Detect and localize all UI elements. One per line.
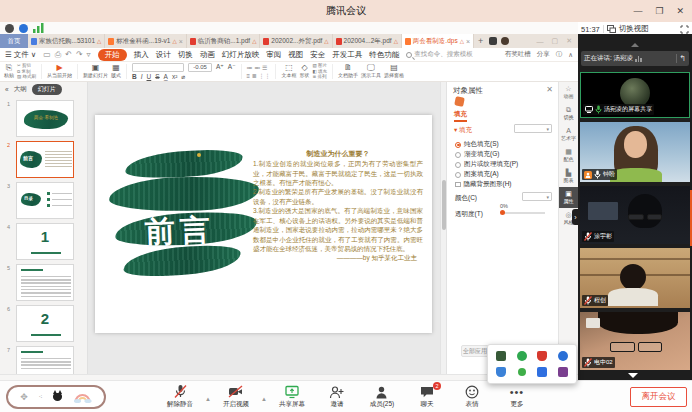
highlight-icon[interactable]: ⌀ — [181, 73, 185, 81]
chat-button[interactable]: 2 聊天 — [407, 384, 447, 409]
print-icon[interactable]: ⎙ — [55, 50, 61, 60]
shapes-button[interactable]: ◇ 形状 — [299, 64, 309, 78]
dropdown-icon[interactable]: ▿ — [87, 50, 91, 60]
textbox-button[interactable]: ⬚ 文本框 — [281, 64, 296, 78]
slide-thumbnail[interactable]: 4 1 — [16, 223, 74, 260]
tab-close-icon[interactable]: × — [179, 38, 183, 45]
radio-solid-fill[interactable]: 纯色填充(S) — [455, 140, 499, 149]
bluetooth-status-icon[interactable] — [19, 24, 28, 33]
fill-preset-dropdown[interactable]: ▾ — [514, 124, 552, 133]
fullscreen-icon[interactable] — [680, 25, 689, 34]
share-screen-button[interactable]: 共享屏幕 — [272, 384, 312, 409]
tray-screen-icon[interactable] — [496, 351, 506, 361]
slide-thumbnail-selected[interactable]: 2 前言 — [16, 141, 74, 178]
slider-handle[interactable] — [500, 210, 505, 215]
transparency-slider[interactable] — [501, 212, 545, 214]
more-button[interactable]: ••• 更多 — [497, 384, 537, 409]
banner-collapse-icon[interactable]: ↰ — [679, 54, 686, 63]
radio-gradient-fill[interactable]: 渐变填充(G) — [455, 150, 499, 159]
rainbow-weather-icon[interactable] — [73, 392, 92, 403]
close-button[interactable]: ✕ — [676, 6, 684, 16]
tray-blue-app-icon[interactable] — [537, 367, 547, 377]
doc-tab[interactable]: 家族信托购...53101 △ — [28, 34, 105, 48]
tab-developer[interactable]: 开发工具 — [332, 50, 362, 60]
font-name-select[interactable] — [132, 63, 184, 72]
doc-tab[interactable]: 202002...外贸.pdf △ — [260, 34, 332, 48]
wps-restore-icon[interactable]: ▢ — [552, 37, 559, 45]
minimize-button[interactable]: — — [633, 6, 642, 16]
sidebar-item-chart[interactable]: ▙图表 — [559, 166, 578, 187]
current-slide[interactable]: 前言 制造业为什么重要？ 1.制造业创造的就业岗位最多，正因为有了劳动密集型产业… — [95, 115, 432, 333]
tray-bluetooth-icon[interactable] — [558, 351, 568, 361]
tab-design[interactable]: 设计 — [156, 50, 171, 60]
share-button[interactable]: 分享 — [537, 50, 550, 59]
strikethrough-button[interactable]: S — [155, 73, 159, 80]
font-color-icon[interactable]: A̲ — [164, 73, 168, 80]
sidebar-item-properties[interactable]: ▣属性 — [559, 187, 578, 208]
video-options-caret[interactable]: ▲ — [261, 396, 267, 402]
leave-meeting-button[interactable]: 离开会议 — [630, 387, 687, 407]
italic-button[interactable]: I — [141, 73, 143, 80]
start-video-button[interactable]: 开启视频 — [216, 384, 256, 409]
decrease-font-icon[interactable]: A⁻ — [228, 63, 236, 71]
mic-options-caret[interactable]: ▲ — [205, 396, 211, 402]
new-tab-button[interactable]: + — [474, 34, 487, 48]
tab-slideshow[interactable]: 幻灯片放映 — [222, 50, 260, 60]
superscript-icon[interactable]: x² — [172, 73, 177, 80]
sidebar-item-wordart[interactable]: A艺术字 — [559, 124, 578, 145]
align-icons[interactable]: ≡ ≣ ⋮⋮ — [247, 73, 271, 79]
font-size-select[interactable]: -0.05 — [188, 63, 212, 72]
wps-home-tab[interactable]: 首页 — [0, 34, 28, 48]
tray-purple-app-icon[interactable] — [558, 367, 568, 377]
tab-transition[interactable]: 切换 — [178, 50, 193, 60]
tab-review[interactable]: 审阅 — [266, 50, 281, 60]
slide-canvas[interactable]: 前言 制造业为什么重要？ 1.制造业创造的就业岗位最多，正因为有了劳动密集型产业… — [88, 82, 440, 374]
sidebar-item-animation[interactable]: ☆动画 — [559, 82, 578, 103]
tab-features[interactable]: 特色功能 — [369, 50, 399, 60]
panel-collapse-handle[interactable]: › — [572, 209, 579, 225]
tray-antivirus-icon[interactable] — [537, 351, 547, 361]
video-tile[interactable]: 涂宇彬 — [580, 186, 690, 244]
doc-assistant-button[interactable]: 🗎 文档助手 — [338, 64, 358, 78]
apps-grid-icon[interactable] — [489, 37, 497, 45]
doc-tab[interactable]: 标准金科函...19-v1 △ × — [105, 34, 187, 48]
slide-thumbnail[interactable]: 5 — [16, 264, 74, 301]
slide-thumbnail[interactable]: 7 — [16, 346, 74, 374]
slide-thumbnail[interactable]: 1 两会·看制造 — [16, 100, 74, 137]
unmute-button[interactable]: 解除静音 — [160, 384, 200, 409]
tray-shield-icon[interactable] — [496, 367, 506, 377]
paw-icon[interactable]: ⁖ — [38, 393, 42, 401]
help-icon[interactable]: ⓘ — [556, 50, 563, 59]
bold-button[interactable]: B — [132, 73, 137, 80]
slide-thumbnail[interactable]: 6 2 — [16, 305, 74, 342]
wps-close-icon[interactable]: ✕ — [566, 37, 572, 45]
desktop-pet-widget[interactable]: ✥ ⁖ — [6, 385, 106, 409]
video-tile[interactable]: 钟盼 — [580, 122, 690, 182]
emoji-button[interactable]: 表情 — [452, 384, 492, 409]
restore-button[interactable]: ❐ — [655, 6, 663, 16]
slides-tab[interactable]: 幻灯片 — [32, 84, 62, 95]
color-dropdown[interactable]: ▾ — [522, 192, 552, 201]
account-avatar[interactable] — [501, 37, 509, 45]
tab-security[interactable]: 安全 — [310, 50, 325, 60]
redo-icon[interactable]: ↷ — [76, 50, 83, 60]
tab-animation[interactable]: 动画 — [200, 50, 215, 60]
doc-tab[interactable]: 临沂鲁商铂...1.pdf △ — [187, 34, 261, 48]
fill-tab[interactable]: 填充 — [454, 110, 467, 122]
present-tools-button[interactable]: 🖵 演示工具 — [361, 64, 381, 78]
radio-picture-fill[interactable]: 图片或纹理填充(P) — [455, 160, 518, 169]
new-slide-button[interactable]: ▣ 新建幻灯片 — [83, 64, 108, 78]
underline-button[interactable]: U — [147, 73, 152, 80]
file-menu[interactable]: ☰ 文件 ∨ — [5, 50, 36, 60]
feedback-button[interactable]: 有奖吐槽 — [505, 50, 531, 59]
checkbox-hide-background[interactable]: 隐藏背景图形(H) — [455, 180, 512, 189]
scroll-up-indicator[interactable] — [631, 43, 639, 47]
layout-button[interactable]: ▦ 版式 — [111, 64, 121, 78]
doc-tab-active[interactable]: 两会看制造.dps △ × — [402, 34, 474, 48]
format-painter-button[interactable]: ▨ 格式刷 — [17, 74, 36, 80]
video-tile[interactable]: 程创 — [580, 248, 690, 308]
slide-thumbnail[interactable]: 3 目录 — [16, 182, 74, 219]
switch-view-button[interactable]: 切换视图 — [619, 24, 649, 34]
panel-close-icon[interactable]: ✕ — [546, 85, 553, 94]
invite-button[interactable]: 邀请 — [317, 384, 357, 409]
